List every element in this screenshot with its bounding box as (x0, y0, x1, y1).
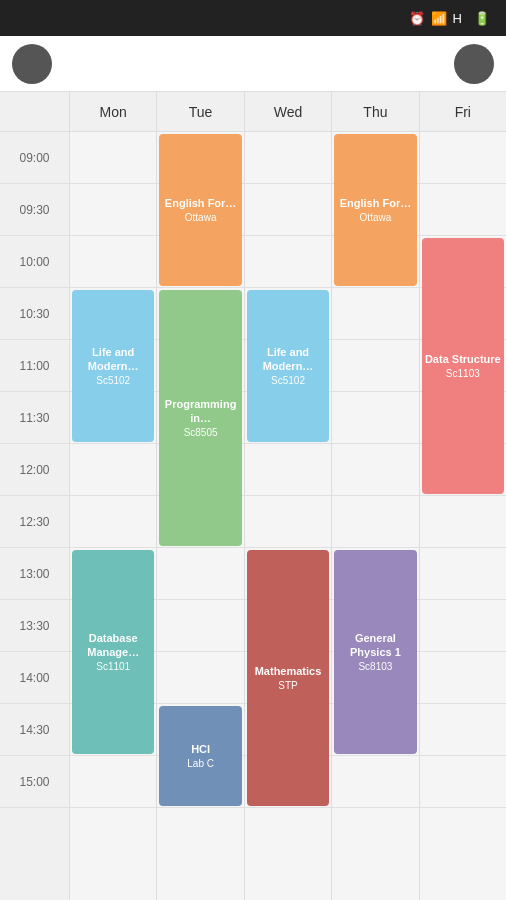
time-slot: 12:00 (0, 444, 69, 496)
grid-row (70, 496, 156, 548)
battery-icon: 🔋 (474, 11, 490, 26)
grid-row (332, 340, 418, 392)
grid-row (332, 756, 418, 808)
day-header-thu: Thu (332, 92, 419, 131)
time-slot: 11:00 (0, 340, 69, 392)
event-english-thu[interactable]: English For…Ottawa (334, 134, 416, 286)
grid-row (420, 704, 506, 756)
grid-row (245, 444, 331, 496)
event-mathematics[interactable]: MathematicsSTP (247, 550, 329, 806)
grid-row (332, 392, 418, 444)
day-header-fri: Fri (420, 92, 506, 131)
grid-row (157, 548, 243, 600)
grid-row (245, 496, 331, 548)
event-title: HCI (191, 743, 210, 756)
time-slot: 13:30 (0, 600, 69, 652)
event-life-modern-wed[interactable]: Life and Modern…Sc5102 (247, 290, 329, 442)
day-header-tue: Tue (157, 92, 244, 131)
h-icon: H (453, 11, 462, 26)
grid-row (332, 444, 418, 496)
grid-row (157, 600, 243, 652)
event-sub: STP (278, 680, 297, 691)
time-slot: 12:30 (0, 496, 69, 548)
grid-row (420, 600, 506, 652)
event-general-physics[interactable]: General Physics 1Sc8103 (334, 550, 416, 754)
event-database[interactable]: Database Manage…Sc1101 (72, 550, 154, 754)
days-header: MonTueWedThuFri (70, 92, 506, 132)
event-title: English For… (340, 197, 412, 210)
time-slot: 09:30 (0, 184, 69, 236)
time-slot: 13:00 (0, 548, 69, 600)
day-column-tue: English For…OttawaProgramming in…Sc8505H… (157, 132, 244, 900)
event-english-tue[interactable]: English For…Ottawa (159, 134, 241, 286)
event-title: Data Structure (425, 353, 501, 366)
time-slot: 11:30 (0, 392, 69, 444)
event-title: Programming in… (161, 398, 239, 424)
status-bar: ⏰ 📶 H 🔋 (0, 0, 506, 36)
day-header-mon: Mon (70, 92, 157, 131)
grid-row (157, 652, 243, 704)
event-title: General Physics 1 (336, 632, 414, 658)
grid-row (332, 288, 418, 340)
event-hci[interactable]: HCILab C (159, 706, 241, 806)
signal-icon: 📶 (431, 11, 447, 26)
grid-row (70, 184, 156, 236)
event-title: Life and Modern… (74, 346, 152, 372)
grid-row (70, 756, 156, 808)
grid-row (245, 236, 331, 288)
event-life-modern-mon[interactable]: Life and Modern…Sc5102 (72, 290, 154, 442)
days-area: MonTueWedThuFri Life and Modern…Sc5102Da… (70, 92, 506, 900)
grid-row (420, 756, 506, 808)
day-header-wed: Wed (245, 92, 332, 131)
event-sub: Sc1103 (446, 368, 480, 379)
time-slot: 10:30 (0, 288, 69, 340)
time-slot: 15:00 (0, 756, 69, 808)
calendar-container: 09:0009:3010:0010:3011:0011:3012:0012:30… (0, 92, 506, 900)
grid-row (420, 132, 506, 184)
event-title: Life and Modern… (249, 346, 327, 372)
grid-row (245, 132, 331, 184)
time-slot: 14:00 (0, 652, 69, 704)
grid-row (70, 236, 156, 288)
event-sub: Sc8103 (358, 661, 392, 672)
grid-row (70, 444, 156, 496)
grid-body: Life and Modern…Sc5102Database Manage…Sc… (70, 132, 506, 900)
event-title: Mathematics (255, 665, 322, 678)
event-title: English For… (165, 197, 237, 210)
time-slot: 09:00 (0, 132, 69, 184)
grid-row (70, 132, 156, 184)
grid-row (420, 184, 506, 236)
event-sub: Sc1101 (96, 661, 130, 672)
app-header (0, 36, 506, 92)
grid-row (420, 496, 506, 548)
day-column-fri: Data StructureSc1103 (420, 132, 506, 900)
time-slot: 14:30 (0, 704, 69, 756)
event-sub: Sc5102 (96, 375, 130, 386)
grid-row (332, 496, 418, 548)
day-column-thu: English For…OttawaGeneral Physics 1Sc810… (332, 132, 419, 900)
time-day-label (0, 92, 69, 132)
event-sub: Ottawa (185, 212, 217, 223)
event-sub: Ottawa (360, 212, 392, 223)
grid-row (245, 184, 331, 236)
grid-row (420, 548, 506, 600)
event-data-structure[interactable]: Data StructureSc1103 (422, 238, 504, 494)
day-column-wed: Life and Modern…Sc5102MathematicsSTP (245, 132, 332, 900)
time-slot: 10:00 (0, 236, 69, 288)
day-column-mon: Life and Modern…Sc5102Database Manage…Sc… (70, 132, 157, 900)
grid-row (420, 652, 506, 704)
event-sub: Sc5102 (271, 375, 305, 386)
alarm-icon: ⏰ (409, 11, 425, 26)
event-sub: Sc8505 (184, 427, 218, 438)
event-programming[interactable]: Programming in…Sc8505 (159, 290, 241, 546)
time-column: 09:0009:3010:0010:3011:0011:3012:0012:30… (0, 92, 70, 900)
event-title: Database Manage… (74, 632, 152, 658)
event-sub: Lab C (187, 758, 214, 769)
add-button[interactable] (454, 44, 494, 84)
menu-button[interactable] (12, 44, 52, 84)
